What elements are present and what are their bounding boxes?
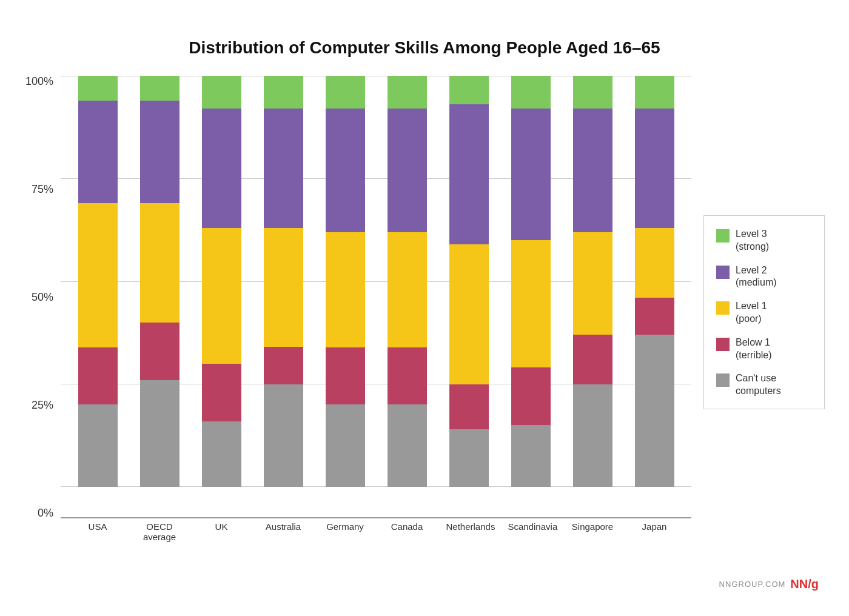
x-axis-label: OECD average [137, 521, 183, 542]
x-axis-label: Scandinavia [508, 521, 554, 532]
legend-color-level3 [716, 229, 730, 243]
legend-color-cantuse [716, 373, 730, 387]
x-axis-label: UK [199, 521, 244, 532]
branding-site: NNGROUP.COM [719, 580, 786, 589]
legend-item-below1: Below 1 (terrible) [716, 336, 824, 362]
x-labels-row: USAOECD averageUKAustraliaGermanyCanadaN… [61, 518, 691, 549]
bar-segment-below1 [573, 335, 612, 384]
bar-segment-level2 [326, 109, 365, 232]
bar-segment-cantuse [511, 425, 551, 487]
y-axis-label: 25% [32, 400, 53, 410]
bar-segment-below1 [202, 364, 241, 421]
bar-segment-below1 [449, 384, 489, 430]
chart-title: Distribution of Computer Skills Among Pe… [24, 38, 825, 58]
bar-segment-below1 [388, 347, 427, 405]
bar-segment-cantuse [140, 380, 180, 487]
bar-segment-level1 [202, 228, 241, 364]
bar-group [446, 76, 492, 487]
bars-row [61, 76, 691, 517]
bar-segment-below1 [140, 323, 180, 380]
branding: NNGROUP.COM NN/g [719, 577, 819, 591]
x-axis-label: USA [75, 521, 121, 532]
bar-segment-level1 [264, 228, 303, 347]
x-axis-label: Canada [384, 521, 430, 532]
legend-item-level1: Level 1 (poor) [716, 300, 824, 326]
bar-segment-level3 [388, 76, 427, 109]
branding-logo: NN/g [790, 577, 819, 591]
bars-wrapper [61, 76, 691, 487]
legend-label-level1: Level 1 (poor) [736, 300, 767, 326]
bar-segment-level2 [78, 101, 118, 204]
bar-segment-level2 [140, 101, 180, 204]
bar-segment-cantuse [78, 404, 118, 487]
legend-color-level2 [716, 266, 730, 279]
bar-segment-level1 [635, 228, 674, 298]
stacked-bar [635, 76, 674, 487]
legend-label-below1: Below 1 (terrible) [736, 336, 772, 362]
bar-segment-level2 [635, 109, 674, 228]
stacked-bar [388, 76, 427, 487]
x-axis-label: Netherlands [446, 521, 492, 532]
bar-segment-level1 [388, 232, 427, 347]
y-axis-label: 75% [32, 184, 53, 195]
y-axis-label: 0% [38, 507, 53, 518]
legend: Level 3 (strong)Level 2 (medium)Level 1 … [703, 215, 825, 409]
legend-label-cantuse: Can't use computers [736, 372, 781, 398]
bar-segment-level1 [511, 240, 551, 367]
bar-segment-level2 [388, 109, 427, 232]
bars-and-legend: USAOECD averageUKAustraliaGermanyCanadaN… [61, 76, 825, 549]
bar-group [384, 76, 430, 487]
stacked-bar [264, 76, 303, 487]
bar-segment-level2 [264, 109, 303, 228]
bar-segment-cantuse [573, 384, 612, 487]
bar-segment-below1 [78, 347, 118, 405]
bar-segment-level3 [264, 76, 303, 109]
bar-segment-level1 [449, 244, 489, 384]
legend-color-level1 [716, 301, 730, 315]
bar-segment-level3 [140, 76, 180, 101]
chart-area: 100%75%50%25%0% USAOECD averageUKAustral… [24, 76, 825, 549]
stacked-bar [140, 76, 180, 487]
legend-label-level3: Level 3 (strong) [736, 228, 769, 253]
bar-segment-cantuse [202, 421, 241, 487]
chart-container: Distribution of Computer Skills Among Pe… [12, 14, 837, 602]
x-axis-label: Singapore [570, 521, 616, 532]
bar-segment-cantuse [449, 429, 489, 487]
legend-label-level2: Level 2 (medium) [736, 264, 777, 290]
bar-group [199, 76, 244, 487]
bar-segment-below1 [511, 367, 551, 425]
bar-segment-below1 [635, 298, 674, 335]
y-axis: 100%75%50%25%0% [24, 76, 61, 549]
x-axis-label: Australia [261, 521, 306, 532]
bars-section: USAOECD averageUKAustraliaGermanyCanadaN… [61, 76, 691, 549]
legend-item-cantuse: Can't use computers [716, 372, 824, 398]
stacked-bar [78, 76, 118, 487]
x-axis-label: Germany [323, 521, 368, 532]
legend-item-level3: Level 3 (strong) [716, 228, 824, 253]
bar-segment-level3 [78, 76, 118, 101]
bar-group [570, 76, 616, 487]
bar-segment-level2 [202, 109, 241, 228]
bar-segment-level3 [635, 76, 674, 109]
bar-segment-cantuse [388, 404, 427, 487]
branding-slash: /g [808, 577, 819, 591]
bar-segment-level3 [449, 76, 489, 104]
x-axis-label: Japan [632, 521, 677, 532]
bar-segment-level1 [326, 232, 365, 347]
stacked-bar [449, 76, 489, 487]
bar-segment-cantuse [635, 335, 674, 487]
bar-segment-level2 [449, 104, 489, 244]
stacked-bar [573, 76, 612, 487]
bar-segment-level3 [326, 76, 365, 109]
bar-group [137, 76, 183, 487]
legend-item-level2: Level 2 (medium) [716, 264, 824, 290]
bar-group [632, 76, 677, 487]
bar-segment-cantuse [264, 384, 303, 487]
bar-group [508, 76, 554, 487]
bar-segment-below1 [326, 347, 365, 405]
legend-color-below1 [716, 338, 730, 351]
stacked-bar [511, 76, 551, 487]
stacked-bar [202, 76, 241, 487]
bar-group [323, 76, 368, 487]
bar-segment-level1 [573, 232, 612, 335]
